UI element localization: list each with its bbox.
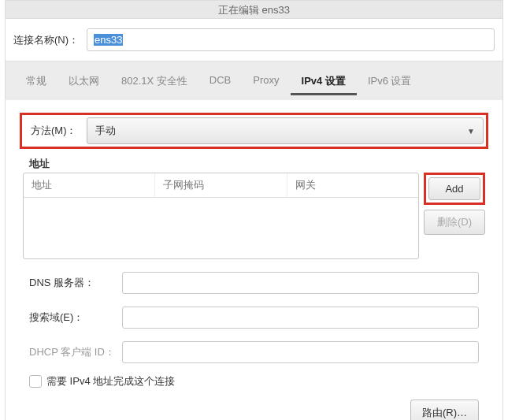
tab-dcb[interactable]: DCB bbox=[198, 69, 242, 95]
add-button[interactable]: Add bbox=[428, 177, 480, 200]
addresses-section-label: 地址 bbox=[29, 157, 502, 171]
tab-general[interactable]: 常规 bbox=[15, 69, 57, 95]
dns-label: DNS 服务器： bbox=[29, 276, 116, 290]
chevron-down-icon: ▼ bbox=[467, 127, 475, 136]
tab-8021x[interactable]: 802.1X 安全性 bbox=[110, 69, 198, 95]
require-ipv4-checkbox[interactable] bbox=[29, 375, 42, 388]
dns-input[interactable] bbox=[122, 272, 479, 294]
method-row: 方法(M)： 手动 ▼ bbox=[20, 113, 488, 149]
address-table[interactable]: 地址 子网掩码 网关 bbox=[23, 173, 419, 259]
require-ipv4-label: 需要 IPv4 地址完成这个连接 bbox=[46, 374, 175, 388]
method-label: 方法(M)： bbox=[24, 124, 80, 138]
tab-ethernet[interactable]: 以太网 bbox=[57, 69, 110, 95]
delete-button[interactable]: 删除(D) bbox=[424, 210, 485, 235]
address-header-gateway: 网关 bbox=[287, 173, 418, 197]
address-header-addr: 地址 bbox=[24, 173, 155, 197]
tab-ipv4[interactable]: IPv4 设置 bbox=[291, 69, 357, 95]
tab-proxy[interactable]: Proxy bbox=[242, 69, 290, 95]
search-domain-label: 搜索域(E)： bbox=[29, 310, 116, 325]
connection-name-input[interactable]: ens33 bbox=[87, 28, 495, 51]
routes-button[interactable]: 路由(R)… bbox=[410, 400, 479, 420]
dhcp-client-input[interactable] bbox=[122, 341, 479, 363]
address-header-netmask: 子网掩码 bbox=[155, 173, 287, 197]
method-dropdown[interactable]: 手动 ▼ bbox=[87, 117, 484, 144]
tab-ipv6[interactable]: IPv6 设置 bbox=[357, 69, 423, 95]
connection-name-label: 连接名称(N)： bbox=[13, 33, 79, 47]
window-title: 正在编辑 ens33 bbox=[6, 1, 502, 19]
search-domain-input[interactable] bbox=[122, 307, 479, 329]
tab-bar: 常规 以太网 802.1X 安全性 DCB Proxy IPv4 设置 IPv6… bbox=[6, 61, 502, 100]
method-value: 手动 bbox=[95, 124, 116, 138]
dhcp-client-label: DHCP 客户端 ID： bbox=[29, 345, 116, 359]
